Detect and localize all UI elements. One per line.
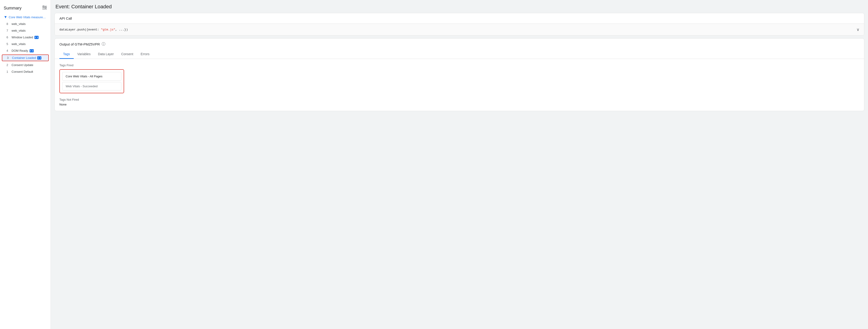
tab-content: Tags Fired Core Web Vitals - All Pages W…	[55, 59, 864, 111]
item-label: web_vitals	[11, 29, 26, 32]
item-label: Consent Default	[11, 70, 33, 73]
sidebar-item-web-vitals-5[interactable]: 5 web_vitals	[0, 41, 51, 47]
output-card: Output of GTM-PMZ5VPR ⓘ Tags Variables D…	[55, 38, 864, 111]
item-label: web_vitals	[11, 22, 26, 26]
item-label: Window Loaded	[11, 36, 33, 39]
item-label: DOM Ready	[11, 49, 28, 53]
item-label: web_vitals	[11, 42, 26, 46]
item-label: Consent Update	[11, 63, 33, 67]
api-call-header: API Call	[55, 13, 864, 24]
item-number: 5	[6, 42, 10, 46]
code-icon	[34, 36, 39, 39]
svg-point-4	[45, 7, 46, 8]
api-call-card: API Call dataLayer.push({event: "gtm.js"…	[55, 13, 864, 36]
tab-variables[interactable]: Variables	[74, 50, 94, 59]
code-prefix: dataLayer.push({event:	[59, 28, 101, 31]
api-call-body: dataLayer.push({event: "gtm.js", ...}) ∨	[55, 24, 864, 35]
main-content: Event: Container Loaded API Call dataLay…	[51, 0, 868, 329]
svg-point-3	[43, 6, 44, 7]
item-number: 3	[7, 56, 10, 60]
sidebar-summary: Summary	[0, 4, 51, 13]
tab-tags[interactable]: Tags	[59, 50, 74, 59]
code-icon	[37, 56, 41, 60]
tag-item-core-web-vitals[interactable]: Core Web Vitals - All Pages	[62, 72, 121, 80]
output-title: Output of GTM-PMZ5VPR	[59, 42, 100, 46]
sidebar-item-dom-ready[interactable]: 4 DOM Ready	[0, 47, 51, 54]
tabs-bar: Tags Variables Data Layer Consent Errors	[55, 50, 864, 59]
item-number: 6	[6, 36, 10, 39]
filter-icon[interactable]	[42, 5, 47, 11]
tags-none-value: None	[59, 103, 860, 106]
code-string: "gtm.js"	[101, 28, 115, 31]
section-name: Core Web Vitals measurem...	[9, 15, 47, 19]
sidebar: Summary ▼ Core Web Vitals measurem... 8 …	[0, 0, 51, 329]
tab-data-layer[interactable]: Data Layer	[94, 50, 117, 59]
tags-fired-box: Core Web Vitals - All Pages Web Vitals -…	[59, 69, 124, 93]
api-call-code: dataLayer.push({event: "gtm.js", ...})	[59, 28, 128, 31]
code-suffix: , ...})	[115, 28, 128, 31]
expand-icon[interactable]: ∨	[857, 27, 860, 32]
code-icon	[30, 49, 34, 53]
event-title: Event: Container Loaded	[55, 4, 864, 10]
sidebar-item-container-loaded[interactable]: 3 Container Loaded	[2, 55, 49, 61]
tags-fired-label: Tags Fired	[59, 64, 860, 67]
tab-errors[interactable]: Errors	[137, 50, 153, 59]
item-label: Container Loaded	[12, 56, 36, 60]
output-header: Output of GTM-PMZ5VPR ⓘ	[55, 38, 864, 50]
sidebar-item-consent-default[interactable]: 1 Consent Default	[0, 68, 51, 75]
item-number: 2	[6, 63, 10, 67]
svg-rect-2	[42, 9, 47, 9]
sidebar-section[interactable]: ▼ Core Web Vitals measurem...	[0, 13, 51, 21]
tags-not-fired-label: Tags Not Fired	[59, 98, 860, 101]
item-number: 8	[6, 22, 10, 26]
item-number: 4	[6, 49, 10, 53]
item-number: 7	[6, 29, 10, 32]
tab-consent[interactable]: Consent	[117, 50, 137, 59]
summary-label: Summary	[4, 6, 22, 11]
chevron-down-icon: ▼	[4, 15, 7, 19]
info-icon[interactable]: ⓘ	[102, 42, 105, 46]
item-number: 1	[6, 70, 10, 73]
sidebar-item-web-vitals-8[interactable]: 8 web_vitals	[0, 21, 51, 27]
sidebar-item-window-loaded[interactable]: 6 Window Loaded	[0, 34, 51, 41]
sidebar-item-consent-update[interactable]: 2 Consent Update	[0, 62, 51, 68]
tag-item-web-vitals-succeeded[interactable]: Web Vitals - Succeeded	[62, 82, 121, 91]
sidebar-item-web-vitals-7[interactable]: 7 web_vitals	[0, 27, 51, 34]
